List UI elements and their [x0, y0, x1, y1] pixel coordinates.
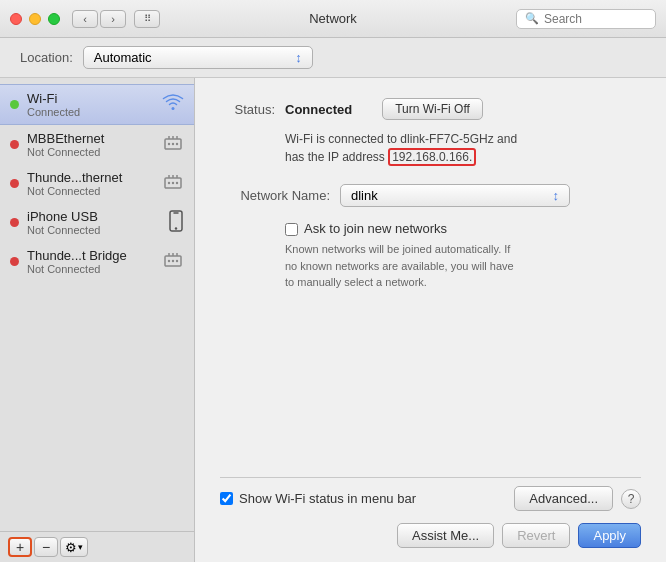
forward-button[interactable]: ›: [100, 10, 126, 28]
grid-button[interactable]: ⠿: [134, 10, 160, 28]
ask-join-desc1: Known networks will be joined automatica…: [285, 243, 510, 255]
wifi-item-text: Wi-Fi Connected: [27, 91, 154, 118]
add-network-button[interactable]: +: [8, 537, 32, 557]
tb-item-text: Thunde...t Bridge Not Connected: [27, 248, 154, 275]
search-bar[interactable]: 🔍: [516, 9, 656, 29]
show-wifi-checkbox[interactable]: [220, 492, 233, 505]
gear-icon: ⚙: [65, 540, 77, 555]
gear-arrow-icon: ▾: [78, 542, 83, 552]
sidebar-item-wifi[interactable]: Wi-Fi Connected: [0, 84, 194, 125]
ip-address: 192.168.0.166.: [388, 148, 476, 166]
network-name-select[interactable]: dlink ↕: [340, 184, 570, 207]
network-name-label: Network Name:: [220, 188, 330, 203]
apply-button[interactable]: Apply: [578, 523, 641, 548]
sidebar-item-iphoneusb[interactable]: iPhone USB Not Connected: [0, 203, 194, 242]
svg-point-16: [175, 227, 177, 229]
tb-name: Thunde...t Bridge: [27, 248, 154, 263]
te-name: Thunde...thernet: [27, 170, 154, 185]
sidebar-list: Wi-Fi Connected: [0, 78, 194, 531]
location-arrow-icon: ↕: [295, 50, 302, 65]
wifi-status: Connected: [27, 106, 154, 118]
status-dot-green: [10, 100, 19, 109]
search-icon: 🔍: [525, 12, 539, 25]
sidebar-bottom: + − ⚙ ▾: [0, 531, 194, 562]
desc-line1: Wi-Fi is connected to dlink-FF7C-5GHz an…: [285, 132, 517, 146]
iphone-item-text: iPhone USB Not Connected: [27, 209, 160, 236]
status-row: Status: Connected Turn Wi-Fi Off: [220, 98, 641, 120]
mbb-item-text: MBBEthernet Not Connected: [27, 131, 154, 158]
status-value: Connected: [285, 102, 352, 117]
right-panel: Status: Connected Turn Wi-Fi Off Wi-Fi i…: [195, 78, 666, 562]
te-status: Not Connected: [27, 185, 154, 197]
mbb-name: MBBEthernet: [27, 131, 154, 146]
sidebar-item-thunderbridge[interactable]: Thunde...t Bridge Not Connected: [0, 242, 194, 281]
main-content: Location: Automatic ↕ Wi-Fi Connected: [0, 38, 666, 562]
iphone-status: Not Connected: [27, 224, 160, 236]
network-name-value: dlink: [351, 188, 378, 203]
network-name-arrow-icon: ↕: [553, 188, 560, 203]
iphone-icon: [168, 210, 184, 236]
window-title: Network: [309, 11, 357, 26]
network-name-row: Network Name: dlink ↕: [220, 184, 641, 207]
desc-line2: has the IP address: [285, 150, 385, 164]
location-label: Location:: [20, 50, 73, 65]
nav-buttons: ‹ ›: [72, 10, 126, 28]
ask-join-label: Ask to join new networks: [304, 221, 447, 236]
status-dot-red-iphone: [10, 218, 19, 227]
advanced-button[interactable]: Advanced...: [514, 486, 613, 511]
svg-point-5: [172, 143, 174, 145]
svg-point-23: [176, 260, 178, 262]
sidebar: Wi-Fi Connected: [0, 78, 195, 562]
ask-join-checkbox[interactable]: [285, 223, 298, 236]
te-item-text: Thunde...thernet Not Connected: [27, 170, 154, 197]
svg-point-6: [176, 143, 178, 145]
action-buttons-row: Assist Me... Revert Apply: [220, 515, 641, 552]
back-button[interactable]: ‹: [72, 10, 98, 28]
status-dot-red-tb: [10, 257, 19, 266]
search-input[interactable]: [544, 12, 647, 26]
sidebar-item-thunderethernet[interactable]: Thunde...thernet Not Connected: [0, 164, 194, 203]
svg-point-4: [168, 143, 170, 145]
location-bar: Location: Automatic ↕: [0, 38, 666, 78]
ask-join-desc3: to manually select a network.: [285, 276, 427, 288]
bottom-right-actions: Advanced... ?: [514, 486, 641, 511]
iphone-name: iPhone USB: [27, 209, 160, 224]
titlebar: ‹ › ⠿ Network 🔍: [0, 0, 666, 38]
status-label: Status:: [220, 102, 275, 117]
svg-point-13: [176, 182, 178, 184]
status-dot-red-te: [10, 179, 19, 188]
svg-point-22: [172, 260, 174, 262]
help-button[interactable]: ?: [621, 489, 641, 509]
ask-join-desc2: no known networks are available, you wil…: [285, 260, 514, 272]
ethernet-icon-te: [162, 173, 184, 194]
status-dot-red-mbb: [10, 140, 19, 149]
gear-button[interactable]: ⚙ ▾: [60, 537, 88, 557]
remove-network-button[interactable]: −: [34, 537, 58, 557]
show-wifi-row: Show Wi-Fi status in menu bar: [220, 491, 416, 506]
close-button[interactable]: [10, 13, 22, 25]
revert-button[interactable]: Revert: [502, 523, 570, 548]
wifi-name: Wi-Fi: [27, 91, 154, 106]
status-description: Wi-Fi is connected to dlink-FF7C-5GHz an…: [285, 130, 641, 166]
svg-point-21: [168, 260, 170, 262]
svg-point-11: [168, 182, 170, 184]
ask-join-description: Known networks will be joined automatica…: [285, 241, 615, 291]
location-value: Automatic: [94, 50, 152, 65]
sidebar-item-mbbethernet[interactable]: MBBEthernet Not Connected: [0, 125, 194, 164]
svg-point-12: [172, 182, 174, 184]
bottom-bar: Show Wi-Fi status in menu bar Advanced..…: [220, 477, 641, 515]
fullscreen-button[interactable]: [48, 13, 60, 25]
location-select[interactable]: Automatic ↕: [83, 46, 313, 69]
minimize-button[interactable]: [29, 13, 41, 25]
body-split: Wi-Fi Connected: [0, 78, 666, 562]
tb-status: Not Connected: [27, 263, 154, 275]
turn-wifi-button[interactable]: Turn Wi-Fi Off: [382, 98, 483, 120]
wifi-icon: [162, 93, 184, 116]
mbb-status: Not Connected: [27, 146, 154, 158]
ethernet-icon-mbb: [162, 134, 184, 155]
traffic-lights: [10, 13, 60, 25]
show-wifi-label: Show Wi-Fi status in menu bar: [239, 491, 416, 506]
ethernet-icon-tb: [162, 251, 184, 272]
ask-join-row: Ask to join new networks: [285, 221, 641, 236]
assist-me-button[interactable]: Assist Me...: [397, 523, 494, 548]
